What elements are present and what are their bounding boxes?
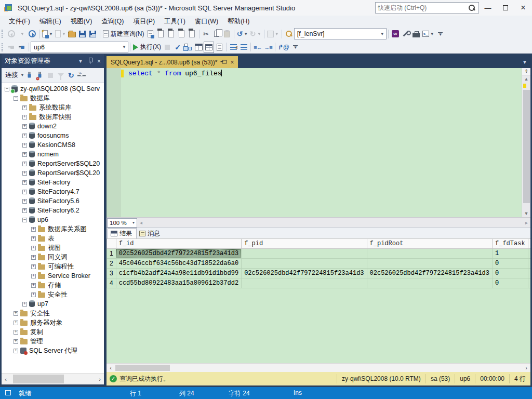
- expand-icon[interactable]: +: [14, 311, 18, 316]
- tab-messages[interactable]: 消息: [137, 228, 164, 238]
- expand-icon[interactable]: +: [31, 236, 36, 241]
- connect-icon[interactable]: [6, 42, 17, 53]
- tree-item[interactable]: +ReportServer$SQL20: [2, 159, 104, 168]
- redo-icon[interactable]: ↺▼: [249, 28, 262, 39]
- editor-code-area[interactable]: select * from up6_files: [121, 68, 522, 217]
- tree-item[interactable]: −数据库: [2, 94, 104, 103]
- grid-cell[interactable]: [242, 259, 367, 269]
- editor-vertical-scrollbar[interactable]: ⇕ ▲ ▼: [522, 68, 530, 217]
- collapse-icon[interactable]: −: [5, 87, 9, 91]
- connect-menu-caret[interactable]: ▼: [20, 73, 24, 77]
- tree-item[interactable]: +SiteFactory5.6: [2, 196, 104, 206]
- quick-launch-input[interactable]: [376, 4, 468, 11]
- grid-cell[interactable]: 0: [528, 259, 530, 269]
- quick-launch-box[interactable]: [375, 2, 479, 14]
- grid-corner-cell[interactable]: [107, 239, 116, 249]
- close-button[interactable]: ×: [514, 0, 532, 16]
- tab-close-icon[interactable]: ×: [230, 59, 234, 66]
- expand-icon[interactable]: +: [31, 292, 36, 297]
- tree-item[interactable]: +存储: [2, 281, 104, 290]
- grid-cell[interactable]: 0: [528, 278, 530, 288]
- editor-zoom-combo[interactable]: 100 % ▼: [107, 218, 137, 228]
- save-all-icon[interactable]: [88, 28, 98, 39]
- tree-item[interactable]: +视图: [2, 243, 104, 252]
- execute-button[interactable]: 执行(X): [132, 42, 162, 53]
- expand-icon[interactable]: +: [14, 339, 18, 344]
- expand-icon[interactable]: +: [22, 143, 27, 148]
- scroll-left-icon[interactable]: ◂: [137, 220, 145, 225]
- grid-cell[interactable]: 0: [493, 269, 528, 278]
- database-engine-query-icon[interactable]: [145, 28, 156, 39]
- combo-dropdown-icon[interactable]: ▼: [379, 32, 386, 36]
- tree-item[interactable]: +安全性: [2, 309, 104, 318]
- save-icon[interactable]: [77, 28, 88, 39]
- increase-indent-icon[interactable]: →≡: [263, 42, 273, 53]
- editor-selection-margin[interactable]: [107, 68, 121, 217]
- grid-cell[interactable]: 0: [493, 259, 528, 269]
- activity-monitor-icon[interactable]: [76, 70, 87, 81]
- dax-query-icon[interactable]: [187, 28, 197, 39]
- scrollbar-thumb[interactable]: [13, 375, 64, 383]
- menu-item[interactable]: 文件(F): [4, 16, 35, 27]
- close-panel-icon[interactable]: ×: [97, 58, 101, 65]
- expand-icon[interactable]: +: [14, 330, 18, 335]
- expand-icon[interactable]: +: [31, 264, 36, 269]
- scroll-left-icon[interactable]: ‹: [107, 364, 115, 372]
- tree-item[interactable]: +服务器对象: [2, 318, 104, 327]
- expand-icon[interactable]: +: [22, 190, 27, 194]
- connect-server-icon[interactable]: [24, 70, 35, 81]
- tree-item[interactable]: +复制: [2, 327, 104, 337]
- expand-icon[interactable]: +: [22, 152, 27, 157]
- scroll-right-icon[interactable]: ▸: [523, 220, 530, 225]
- tree-item[interactable]: +KesionCMS8: [2, 140, 104, 150]
- scroll-right-icon[interactable]: ›: [96, 374, 104, 384]
- tree-item[interactable]: +数据库快照: [2, 112, 104, 122]
- find-combo[interactable]: [f_lenSvr] ▼: [294, 28, 387, 39]
- menu-item[interactable]: 帮助(H): [223, 16, 254, 27]
- expand-icon[interactable]: +: [22, 124, 27, 129]
- grid-cell[interactable]: 0: [493, 278, 528, 288]
- new-project-icon[interactable]: ▼: [54, 28, 67, 39]
- combo-dropdown-icon[interactable]: ▼: [121, 45, 128, 49]
- undo-icon[interactable]: ↺▼: [236, 28, 249, 39]
- expand-icon[interactable]: +: [14, 321, 18, 325]
- tree-item[interactable]: +ncmem: [2, 150, 104, 159]
- tab-pin-icon[interactable]: [221, 58, 226, 66]
- grid-cell[interactable]: [367, 249, 492, 259]
- editor-splitter-handle[interactable]: ⇕: [522, 68, 530, 75]
- tree-item[interactable]: +down2: [2, 122, 104, 131]
- tree-item[interactable]: +管理: [2, 337, 104, 346]
- toolbar-overflow-icon[interactable]: ▼: [435, 28, 446, 39]
- change-connection-icon[interactable]: [17, 42, 27, 53]
- expand-icon[interactable]: +: [22, 199, 27, 204]
- menu-item[interactable]: 工具(T): [159, 16, 190, 27]
- grid-column-header[interactable]: f_pidRoot: [367, 239, 492, 249]
- tab-results[interactable]: 结果: [108, 228, 137, 238]
- expand-icon[interactable]: +: [22, 105, 27, 110]
- scroll-right-icon[interactable]: ›: [522, 364, 530, 372]
- navigate-to-icon[interactable]: ▼: [266, 28, 280, 39]
- query-document-tab[interactable]: SQLQuery1.sql - z...008.up6 (sa (53))* ×: [107, 56, 238, 68]
- navigate-backward-icon[interactable]: [6, 28, 17, 39]
- tree-item[interactable]: −zy-qwl\SQL2008 (SQL Serv: [2, 84, 104, 94]
- toolbar-grip[interactable]: [2, 43, 4, 51]
- tree-item[interactable]: −up6: [2, 215, 104, 224]
- grid-cell[interactable]: [242, 278, 367, 288]
- expand-icon[interactable]: +: [22, 302, 27, 307]
- database-combo[interactable]: up6 ▼: [31, 42, 128, 53]
- grid-cell[interactable]: 02c526025dbd42f797224815f23a41d3: [367, 269, 492, 278]
- new-query-button[interactable]: 新建查询(N): [102, 28, 145, 39]
- expand-icon[interactable]: +: [31, 274, 36, 278]
- open-file-icon[interactable]: [67, 28, 77, 39]
- expand-icon[interactable]: +: [31, 255, 36, 260]
- editor-horizontal-scrollbar[interactable]: [145, 218, 523, 228]
- stop-icon[interactable]: [45, 70, 56, 81]
- template-parameters-icon[interactable]: ↱@: [277, 42, 290, 53]
- xmla-query-icon[interactable]: [177, 28, 187, 39]
- combo-dropdown-icon[interactable]: ▼: [130, 221, 137, 224]
- scroll-up-icon[interactable]: ▲: [522, 75, 530, 83]
- tree-horizontal-scrollbar[interactable]: ‹ ›: [2, 373, 104, 384]
- tree-item[interactable]: +SiteFactory4.7: [2, 187, 104, 196]
- scroll-left-icon[interactable]: ‹: [2, 374, 10, 384]
- grid-cell[interactable]: 1: [528, 269, 530, 278]
